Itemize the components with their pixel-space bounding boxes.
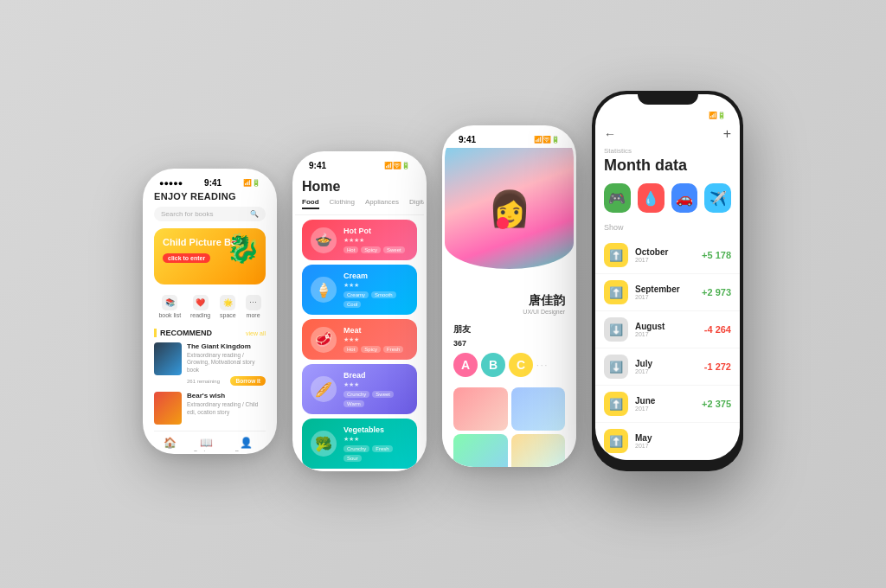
month-icon-september: ⬆️ <box>604 280 628 304</box>
tag-spicy2: Spicy <box>361 346 381 353</box>
food-info-vegetables: Vegetables ★★★ Crunchy Fresh Sour <box>343 425 408 462</box>
book-meta-1: 261 remaining Borrow it <box>187 376 266 386</box>
avatar-3: C <box>509 353 533 377</box>
phone2-inner: 9:41 📶🛜🔋 Home Food Clothing Appliances D… <box>295 154 424 471</box>
add-button[interactable]: + <box>723 126 731 142</box>
tag-spicy: Spicy <box>361 246 381 253</box>
food-tags-hotpot: Hot Spicy Sweet <box>343 246 408 253</box>
food-icon-bread: 🥖 <box>311 376 337 402</box>
nav-icon-more: ⋯ <box>246 295 261 310</box>
food-icon-vegetables: 🥦 <box>311 431 337 457</box>
banner-reading[interactable]: Child Picture Book click to enter 🐉 <box>154 228 266 284</box>
profile-image: 👩 <box>445 148 574 269</box>
month-icon-june: ⬆️ <box>604 392 628 416</box>
food-info-bread: Bread ★★★ Crunchy Sweet Warm <box>343 371 408 407</box>
nav-label-booklist: book list <box>158 312 181 318</box>
profile-role: UX/UI Designer <box>453 309 565 315</box>
book-title-2: Bear's wish <box>187 392 266 399</box>
tag-hot2: Hot <box>343 346 358 353</box>
borrow-btn-1[interactable]: Borrow it <box>230 376 266 386</box>
month-value-june: +2 375 <box>702 399 731 409</box>
notch <box>638 94 698 105</box>
food-info-cream: Cream ★★★ Creamy Smooth Cool <box>343 272 408 308</box>
bottom-nav-home[interactable]: 🏠 Home <box>163 437 177 451</box>
food-name-bread: Bread <box>343 371 408 380</box>
food-item-vegetables[interactable]: 🥦 Vegetables ★★★ Crunchy Fresh Sour <box>302 419 417 469</box>
tab-food[interactable]: Food <box>302 198 319 209</box>
book-cover-1 <box>154 342 182 375</box>
photo-2 <box>511 387 566 431</box>
photo-3 <box>453 434 508 467</box>
bottom-nav-bookcase[interactable]: 📖 Bookcase <box>194 437 219 451</box>
tag-fresh: Fresh <box>383 346 403 353</box>
food-item-bread[interactable]: 🥖 Bread ★★★ Crunchy Sweet Warm <box>302 364 417 414</box>
month-july[interactable]: ⬇️ July 2017 -1 272 <box>595 348 740 386</box>
month-name-august: August <box>635 322 697 331</box>
food-name-cream: Cream <box>343 272 408 280</box>
top-nav: 📚 book list ❤️ reading 🌟 space ⋯ more <box>154 291 266 322</box>
tag-cool: Cool <box>343 301 361 308</box>
month-info-october: October 2017 <box>635 247 695 263</box>
food-list: 🍲 Hot Pot ★★★★ Hot Spicy Sweet 🍦 <box>295 220 424 469</box>
recommend-title: RECOMMEND <box>154 329 212 337</box>
month-info-june: June 2017 <box>635 396 695 412</box>
icon-btn-plane[interactable]: ✈️ <box>704 183 731 213</box>
food-icon-hotpot: 🍲 <box>311 227 337 253</box>
month-may[interactable]: ⬆️ May 2017 <box>595 423 740 460</box>
month-september[interactable]: ⬆️ September 2017 +2 973 <box>595 274 740 311</box>
nav-item-reading[interactable]: ❤️ reading <box>190 295 210 318</box>
tag-fresh2: Fresh <box>372 445 392 452</box>
food-name-hotpot: Hot Pot <box>343 227 408 235</box>
profile-name: 唐佳韵 <box>453 293 565 309</box>
month-info-may: May 2017 <box>635 433 724 449</box>
month-name-september: September <box>635 284 695 294</box>
profile-name-section: 唐佳韵 UX/UI Designer <box>445 286 574 318</box>
food-item-hotpot[interactable]: 🍲 Hot Pot ★★★★ Hot Spicy Sweet <box>302 220 417 260</box>
month-name-july: July <box>635 359 697 368</box>
month-august[interactable]: ⬇️ August 2017 -4 264 <box>595 311 740 348</box>
nav-label-reading: reading <box>190 312 210 318</box>
food-item-cream[interactable]: 🍦 Cream ★★★ Creamy Smooth Cool <box>302 265 417 315</box>
phone4-inner: 📶🔋 ← + Statistics Month data 🎮 💧 🚗 ✈️ Sh… <box>595 94 740 460</box>
recommend-header: RECOMMEND view all <box>154 329 266 337</box>
month-june[interactable]: ⬆️ June 2017 +2 375 <box>595 386 740 423</box>
month-info-july: July 2017 <box>635 359 697 374</box>
food-item-meat[interactable]: 🥩 Meat ★★★ Hot Spicy Fresh <box>302 319 417 360</box>
month-year-october: 2017 <box>635 257 695 263</box>
food-tags-meat: Hot Spicy Fresh <box>343 346 408 353</box>
food-tags-bread: Crunchy Sweet Warm <box>343 391 408 407</box>
icon-btn-car[interactable]: 🚗 <box>671 183 698 213</box>
tab-appliances[interactable]: Appliances <box>365 198 399 209</box>
banner-decoration: 🐉 <box>226 232 260 265</box>
icon-btn-game[interactable]: 🎮 <box>604 183 631 213</box>
banner-cta[interactable]: click to enter <box>163 253 210 263</box>
bottom-nav-personal[interactable]: 👤 Personal <box>235 437 258 451</box>
phone-stats: 📶🔋 ← + Statistics Month data 🎮 💧 🚗 ✈️ Sh… <box>592 91 743 471</box>
food-name-vegetables: Vegetables <box>343 425 408 434</box>
nav-icon-reading: ❤️ <box>193 295 209 310</box>
nav-item-booklist[interactable]: 📚 book list <box>158 295 181 318</box>
back-button[interactable]: ← <box>604 127 616 141</box>
tag-crunchy: Crunchy <box>343 391 369 398</box>
food-name-meat: Meat <box>343 326 408 335</box>
month-name-may: May <box>635 433 724 443</box>
food-icon-meat: 🥩 <box>311 327 337 353</box>
month-october[interactable]: ⬆️ October 2017 +5 178 <box>595 237 740 274</box>
icon-btn-water[interactable]: 💧 <box>638 183 664 213</box>
view-all-link[interactable]: view all <box>246 330 266 336</box>
nav-item-space[interactable]: 🌟 space <box>220 295 236 318</box>
month-icon-july: ⬇️ <box>604 355 628 379</box>
tag-smooth: Smooth <box>371 291 396 298</box>
show-label: Show <box>595 223 740 232</box>
food-stars-vegetables: ★★★ <box>343 436 408 443</box>
status-time-1: 9:41 <box>204 178 222 188</box>
nav-item-more[interactable]: ⋯ more <box>246 295 261 318</box>
tab-digital[interactable]: Digital <box>409 198 424 209</box>
food-stars-bread: ★★★ <box>343 381 408 388</box>
phone1-inner: ●●●●● 9:41 📶🔋 ENJOY READING Search for b… <box>145 171 274 451</box>
tab-clothing[interactable]: Clothing <box>330 198 355 209</box>
tag-sweet2: Sweet <box>372 391 394 398</box>
status-icons-3: 📶🛜🔋 <box>534 136 560 144</box>
food-tags-cream: Creamy Smooth Cool <box>343 291 408 308</box>
search-bar[interactable]: Search for books 🔍 <box>154 207 266 221</box>
